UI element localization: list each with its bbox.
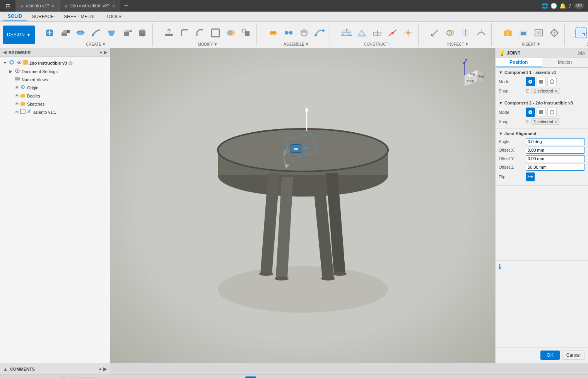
root-radio-icon[interactable]: ◎ <box>68 60 72 66</box>
offset-z-input[interactable] <box>526 164 585 171</box>
box-icon[interactable] <box>120 26 134 39</box>
joint-icon[interactable] <box>266 26 280 39</box>
shell-icon[interactable] <box>209 26 222 39</box>
tab-2do[interactable]: ◈ 2do instructible v3* ✕ <box>60 0 120 12</box>
tab-sheet-metal[interactable]: SHEET METAL <box>59 13 100 20</box>
component1-mode-icon1[interactable] <box>526 77 535 86</box>
bell-icon[interactable]: 🔔 <box>559 3 566 9</box>
tab-asiento-close[interactable]: ✕ <box>51 3 55 9</box>
offset-plane-icon[interactable] <box>339 26 353 39</box>
motion-link-icon[interactable] <box>313 26 326 39</box>
clock-icon[interactable]: 🕐 <box>550 3 557 9</box>
design-button[interactable]: DESIGN ▼ <box>3 26 35 44</box>
user-icon[interactable]: MR <box>574 3 584 9</box>
cancel-button[interactable]: Cancel <box>562 351 585 360</box>
extrude-icon[interactable] <box>58 26 72 39</box>
component1-snap-clear[interactable]: ✕ <box>554 89 557 93</box>
measure-icon[interactable] <box>428 26 442 39</box>
cylinder-icon[interactable] <box>135 26 149 39</box>
insert-mesh-icon[interactable] <box>547 26 561 39</box>
component2-snap-clear[interactable]: ✕ <box>554 120 557 124</box>
combine-icon[interactable] <box>224 26 238 39</box>
orbit-button[interactable] <box>258 376 268 378</box>
component2-mode-icon1[interactable] <box>526 108 535 117</box>
curvature-icon[interactable] <box>474 26 488 39</box>
scale-icon[interactable] <box>239 26 253 39</box>
tab-position[interactable]: Position <box>496 58 542 67</box>
browser-header: ◀ BROWSER ● ▶ <box>0 48 110 57</box>
rigid-group-icon[interactable] <box>282 26 296 39</box>
collapse-browser-button[interactable]: ◀ <box>3 50 6 55</box>
midplane-icon[interactable] <box>370 26 384 39</box>
look-at-button[interactable] <box>270 376 281 378</box>
section-icon[interactable] <box>459 26 473 39</box>
zoom-window-button[interactable] <box>282 376 293 378</box>
browser-pin-icon[interactable]: ● <box>99 50 102 55</box>
revolve-icon[interactable] <box>74 26 87 39</box>
view-cube[interactable]: Z Front Right Top <box>456 56 487 87</box>
drive-joints-icon[interactable] <box>297 26 311 39</box>
sketches-visibility-icon[interactable]: 👁 <box>15 101 19 107</box>
ok-button[interactable]: OK <box>540 351 559 360</box>
axis-icon[interactable] <box>386 26 400 39</box>
flip-button[interactable] <box>526 172 535 181</box>
angle-input[interactable] <box>526 138 585 145</box>
offset-y-input[interactable] <box>526 155 585 162</box>
origin-visibility-icon[interactable]: 👁 <box>15 85 19 91</box>
canvas-icon[interactable] <box>532 26 546 39</box>
collapse-comments-button[interactable]: ▲ <box>3 366 8 372</box>
grid-settings-button[interactable] <box>320 376 330 378</box>
component2-mode-icon3[interactable] <box>547 108 557 117</box>
comments-pin-icon[interactable]: ● <box>99 366 102 372</box>
tab-2do-close[interactable]: ✕ <box>112 3 115 9</box>
view-settings-button[interactable] <box>332 376 343 378</box>
tree-item-sketches[interactable]: ▶ 👁 Sketches <box>0 100 110 108</box>
select-icon[interactable] <box>574 26 588 39</box>
component1-snap-label: Snap <box>499 89 526 93</box>
globe-icon[interactable]: 🌐 <box>542 3 548 9</box>
new-component-icon[interactable] <box>43 26 56 39</box>
tab-solid[interactable]: SOLID <box>3 13 27 21</box>
viewport[interactable]: 00 Z <box>110 48 495 363</box>
insert-derive-icon[interactable] <box>501 26 515 39</box>
comments-expand-icon[interactable]: ▶ <box>103 366 107 372</box>
tab-asiento[interactable]: ◈ asiento v1* ✕ <box>15 0 60 12</box>
component1-arrow[interactable]: ▼ <box>499 70 503 75</box>
browser-expand-icon[interactable]: ▶ <box>104 50 107 55</box>
tree-item-asiento[interactable]: ▶ 👁 asiento v1:1 <box>0 108 110 116</box>
alignment-arrow[interactable]: ▼ <box>499 131 503 136</box>
point-icon[interactable] <box>401 26 415 39</box>
app-grid-icon[interactable]: ⊞ <box>5 2 10 10</box>
bodies-visibility-icon[interactable]: 👁 <box>15 93 19 99</box>
press-pull-icon[interactable] <box>162 26 176 39</box>
tree-item-root[interactable]: ▼ 👁 2do instructible v3 ◎ <box>0 58 110 67</box>
fillet-icon[interactable] <box>178 26 191 39</box>
component2-arrow[interactable]: ▼ <box>499 101 503 105</box>
component2-mode-icon2[interactable] <box>537 108 546 117</box>
asiento-visibility-icon[interactable]: 👁 <box>15 109 19 115</box>
sweep-icon[interactable] <box>89 26 103 39</box>
offset-x-input[interactable] <box>526 147 585 154</box>
component1-mode-icon2[interactable] <box>537 77 546 86</box>
tree-item-origin[interactable]: ▶ 👁 Origin <box>0 84 110 92</box>
tab-motion[interactable]: Motion <box>542 58 588 67</box>
tab-tools[interactable]: TOOLS <box>101 13 126 20</box>
fit-to-screen-button[interactable] <box>295 376 306 378</box>
select-tool-button[interactable] <box>245 376 256 378</box>
info-icon[interactable]: ℹ <box>499 263 501 270</box>
interference-icon[interactable] <box>443 26 457 39</box>
tab-surface[interactable]: SURFACE <box>27 13 59 20</box>
panel-expand-button[interactable]: ▷▷ <box>578 50 585 56</box>
tree-item-named-views[interactable]: ▶ Named Views <box>0 75 110 84</box>
root-visibility-icon[interactable]: 👁 <box>17 60 22 66</box>
add-tab-icon[interactable]: + <box>124 2 128 10</box>
tree-item-bodies[interactable]: ▶ 👁 Bodies <box>0 92 110 100</box>
tree-item-doc-settings[interactable]: ▶ Document Settings <box>0 67 110 75</box>
help-icon[interactable]: ? <box>568 3 571 9</box>
component1-mode-icon3[interactable] <box>547 77 557 86</box>
angle-plane-icon[interactable] <box>355 26 369 39</box>
decal-icon[interactable] <box>516 26 530 39</box>
chamfer-icon[interactable] <box>193 26 207 39</box>
display-settings-button[interactable] <box>307 376 318 378</box>
loft-icon[interactable] <box>104 26 118 39</box>
